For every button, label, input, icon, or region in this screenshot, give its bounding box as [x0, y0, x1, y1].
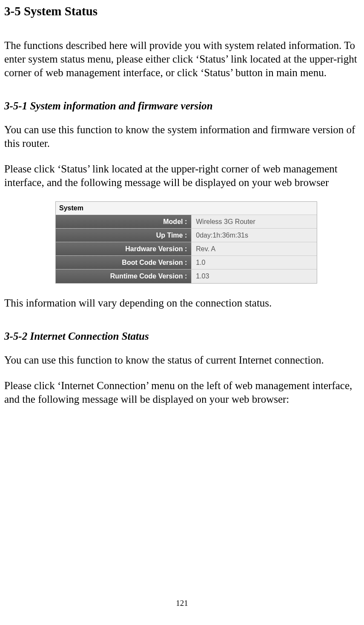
heading-sub-1: 3-5-1 System information and firmware ve…: [4, 100, 360, 112]
paragraph-4: You can use this function to know the st…: [4, 353, 360, 367]
paragraph-3: This information will vary depending on …: [4, 296, 360, 310]
status-row-label: Model :: [56, 215, 192, 229]
intro-paragraph: The functions described here will provid…: [4, 39, 360, 80]
status-row-label: Up Time :: [56, 229, 192, 242]
status-row-value: 1.03: [192, 269, 317, 283]
table-row: Model : Wireless 3G Router: [56, 215, 317, 229]
status-row-label: Runtime Code Version :: [56, 269, 192, 283]
status-row-label: Boot Code Version :: [56, 256, 192, 269]
heading-sub-2: 3-5-2 Internet Connection Status: [4, 330, 360, 342]
table-row: Up Time : 0day:1h:36m:31s: [56, 229, 317, 242]
heading-main: 3-5 System Status: [4, 4, 360, 18]
paragraph-2: Please click ‘Status’ link located at th…: [4, 162, 360, 189]
status-row-value: 1.0: [192, 256, 317, 269]
table-row: Runtime Code Version : 1.03: [56, 269, 317, 283]
status-row-value: Rev. A: [192, 242, 317, 256]
system-status-table: Model : Wireless 3G Router Up Time : 0da…: [56, 215, 317, 283]
system-status-screenshot: System Model : Wireless 3G Router Up Tim…: [55, 201, 360, 284]
table-row: Hardware Version : Rev. A: [56, 242, 317, 256]
status-row-value: 0day:1h:36m:31s: [192, 229, 317, 242]
status-row-value: Wireless 3G Router: [192, 215, 317, 229]
system-panel: System Model : Wireless 3G Router Up Tim…: [55, 201, 317, 284]
paragraph-5: Please click ‘Internet Connection’ menu …: [4, 379, 360, 406]
paragraph-1: You can use this function to know the sy…: [4, 123, 360, 150]
table-row: Boot Code Version : 1.0: [56, 256, 317, 269]
status-row-label: Hardware Version :: [56, 242, 192, 256]
page-number: 121: [0, 599, 364, 608]
system-panel-title: System: [56, 202, 317, 215]
